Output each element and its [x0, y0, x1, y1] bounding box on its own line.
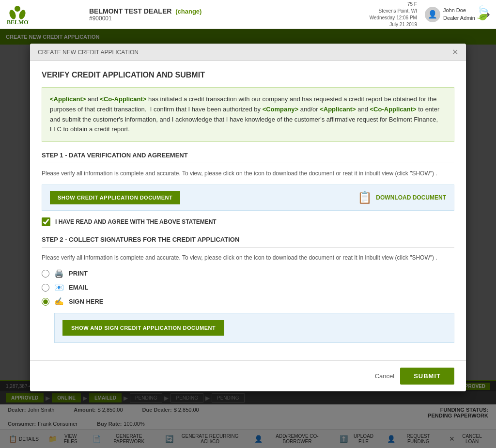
step2-desc: Please verify all information is complet… — [42, 253, 454, 262]
sign-here-icon: ✍️ — [54, 297, 64, 306]
dealer-number: #900001 — [89, 15, 202, 22]
sign-here-label: SIGN HERE — [69, 298, 104, 305]
user-role: Dealer Admin — [443, 15, 475, 22]
download-icon: 📋 — [357, 191, 372, 204]
step1-desc: Please verify all information is complet… — [42, 169, 454, 178]
agree-checkbox[interactable] — [42, 217, 50, 226]
leaf-icon: 🍃 — [474, 5, 491, 21]
email-icon: 📧 — [54, 283, 64, 292]
step1-header: STEP 1 - DATA VERIFICATION AND AGREEMENT — [42, 152, 454, 163]
print-radio[interactable] — [42, 270, 49, 278]
print-label: PRINT — [69, 270, 88, 277]
modal-close-button[interactable]: ✕ — [452, 47, 458, 57]
sign-here-radio[interactable] — [42, 298, 49, 306]
user-info: 👤 John Doe Dealer Admin — [425, 7, 475, 22]
weather-line3: Wednesday 12:06 PM — [370, 15, 417, 21]
notice-applicant2: <Applicant> — [320, 106, 356, 113]
email-label: EMAIL — [69, 284, 88, 291]
sign-box: SHOW AND SIGN CREDIT APPLICATION DOCUMEN… — [54, 313, 454, 343]
user-name: John Doe — [443, 7, 475, 14]
modal-dialog: CREATE NEW CREDIT APPLICATION ✕ VERIFY C… — [30, 44, 466, 391]
step2-header: STEP 2 - COLLECT SIGNATURES FOR THE CRED… — [42, 236, 454, 247]
notice-co-applicant2: <Co-Applicant> — [370, 106, 417, 113]
download-doc-link[interactable]: 📋 DOWNLOAD DOCUMENT — [357, 191, 446, 204]
notice-box: <Applicant> and <Co-Applicant> has initi… — [42, 87, 454, 142]
belmont-logo: BELMONT — [6, 3, 29, 26]
svg-point-0 — [15, 6, 20, 12]
modal-overlay: CREATE NEW CREDIT APPLICATION ✕ VERIFY C… — [0, 29, 496, 448]
dealer-name: BELMONT TEST DEALER (change) — [89, 7, 202, 15]
agree-label: I HAVE READ AND AGREE WITH THE ABOVE STA… — [55, 218, 217, 225]
svg-text:BELMONT: BELMONT — [7, 19, 29, 26]
logo-area: BELMONT — [6, 3, 83, 26]
download-label: DOWNLOAD DOCUMENT — [376, 194, 446, 201]
dealer-name-text: BELMONT TEST DEALER — [89, 7, 171, 15]
change-link[interactable]: (change) — [175, 8, 202, 15]
modal-body: VERIFY CREDIT APPLICATION AND SUBMIT <Ap… — [30, 61, 466, 360]
show-doc-button[interactable]: SHOW CREDIT APPLICATION DOCUMENT — [50, 191, 180, 204]
email-radio[interactable] — [42, 284, 49, 292]
notice-company: <Company> — [263, 106, 298, 113]
sign-here-option-row: ✍️ SIGN HERE — [42, 297, 454, 306]
modal-header: CREATE NEW CREDIT APPLICATION ✕ — [30, 44, 466, 61]
header-right: 75 F Stevens Point, WI Wednesday 12:06 P… — [370, 1, 490, 28]
show-sign-button[interactable]: SHOW AND SIGN CREDIT APPLICATION DOCUMEN… — [62, 320, 224, 336]
submit-button[interactable]: SUBMIT — [400, 368, 454, 385]
dealer-info: BELMONT TEST DEALER (change) #900001 — [89, 7, 202, 22]
notice-applicant: <Applicant> — [50, 95, 86, 103]
cancel-button[interactable]: Cancel — [375, 372, 394, 380]
weather-info: 75 F Stevens Point, WI Wednesday 12:06 P… — [370, 1, 417, 28]
step1-section: STEP 1 - DATA VERIFICATION AND AGREEMENT… — [42, 152, 454, 226]
agree-checkbox-row: I HAVE READ AND AGREE WITH THE ABOVE STA… — [42, 217, 454, 226]
step2-section: STEP 2 - COLLECT SIGNATURES FOR THE CRED… — [42, 236, 454, 343]
doc-buttons-row: SHOW CREDIT APPLICATION DOCUMENT 📋 DOWNL… — [42, 185, 454, 211]
email-option-row: 📧 EMAIL — [42, 283, 454, 292]
modal-footer: Cancel SUBMIT — [30, 360, 466, 391]
header: BELMONT BELMONT TEST DEALER (change) #90… — [0, 0, 496, 29]
modal-header-title: CREATE NEW CREDIT APPLICATION — [38, 49, 139, 56]
weather-line1: 75 F — [370, 1, 417, 8]
weather-line4: July 21 2019 — [370, 21, 417, 28]
signature-options: 🖨️ PRINT 📧 EMAIL ✍️ SIGN HERE — [42, 269, 454, 306]
notice-co-applicant: <Co-Applicant> — [100, 95, 146, 103]
print-icon: 🖨️ — [54, 269, 64, 278]
modal-main-title: VERIFY CREDIT APPLICATION AND SUBMIT — [42, 71, 454, 79]
print-option-row: 🖨️ PRINT — [42, 269, 454, 278]
avatar: 👤 — [425, 7, 440, 22]
user-name-role: John Doe Dealer Admin — [443, 7, 475, 22]
weather-line2: Stevens Point, WI — [370, 8, 417, 15]
